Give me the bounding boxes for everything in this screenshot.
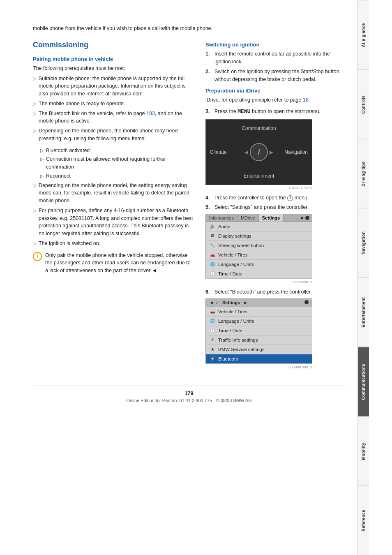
audio-icon: 🔊 (209, 223, 216, 230)
bt-vehicle-icon: 🚗 (209, 308, 216, 315)
settings-row-display: 🖥 Display settings (206, 231, 312, 241)
bt-time-icon: 🕐 (209, 327, 216, 334)
bt-row-vehicle: 🚗 Vehicle / Tires (206, 307, 312, 317)
step3-list: 3. Press the MENU button to open the sta… (205, 107, 345, 116)
bt-check: ✓ (215, 300, 219, 305)
step3-block: 3. Press the MENU button to open the sta… (205, 107, 345, 190)
intro-text: mobile phone from the vehicle if you wis… (33, 25, 345, 32)
bt-forward-arrow: ► (243, 300, 248, 305)
comm-top-label: Communication (242, 125, 276, 131)
screenshot-id-2: S7C2326EN (205, 280, 312, 284)
screenshot-id-1: UBA4FC546N (205, 186, 312, 190)
settings-row-time: 🕐 Time / Date (206, 269, 312, 279)
step-number: 5. (205, 204, 211, 211)
bullet-arrow: ▷ (33, 127, 36, 134)
comm-bottom-label: Entertainment (244, 173, 274, 179)
settings-menu-screenshot: Info sources MDrive Settings ▶ 🔊 Audio (205, 214, 312, 279)
commissioning-heading: Commissioning (33, 41, 193, 50)
sidebar: At a glance Controls Driving tips Naviga… (357, 0, 369, 555)
tab-mdrive: MDrive (238, 214, 259, 222)
bullet-text: Suitable mobile phone: the mobile phone … (39, 75, 193, 98)
list-item: ▷ Depending on the mobile phone, the mob… (33, 127, 193, 143)
sidebar-tab-controls[interactable]: Controls (358, 69, 369, 139)
bt-language-icon: 🌐 (209, 318, 216, 324)
audio-label: Audio (218, 224, 230, 229)
bullet-text: The Bluetooth link on the vehicle, refer… (39, 110, 193, 125)
settings-row-steering: 🔧 Steering wheel button (206, 241, 312, 250)
steering-icon: 🔧 (209, 242, 216, 249)
sidebar-tab-communications[interactable]: Communications (358, 347, 369, 416)
bt-header-row: ◄ ✓ Settings ► (206, 299, 312, 307)
sub-bullet-text: Bluetooth activated (46, 147, 90, 155)
main-content: mobile phone from the vehicle if you wis… (0, 0, 357, 555)
bt-row-bluetooth: ⚡ Bluetooth (206, 354, 312, 364)
switching-heading: Switching on ignition (205, 42, 345, 48)
steering-label: Steering wheel button (218, 243, 264, 248)
bt-back-arrow: ◄ (209, 300, 214, 305)
prerequisites-list: ▷ Suitable mobile phone: the mobile phon… (33, 75, 193, 143)
step-text: Press the controller to open the i menu. (214, 194, 309, 202)
sub-list-item: ▷ Reconnect (40, 172, 193, 180)
settings-tab-row: Info sources MDrive Settings ▶ (206, 214, 312, 222)
bullet-arrow: ▷ (33, 100, 36, 107)
step6-block: 6. Select "Bluetooth" and press the cont… (205, 288, 345, 369)
sidebar-tab-reference[interactable]: Reference (358, 486, 369, 555)
sidebar-tab-navigation[interactable]: Navigation (358, 208, 369, 278)
bullet-arrow: ▷ (33, 240, 36, 247)
step-number: 1. (205, 50, 211, 58)
vehicle-tires-icon: 🚗 (209, 252, 216, 258)
communication-menu-screenshot: Communication Climate ◂ i ▸ Navigation E… (205, 119, 312, 185)
two-column-layout: Commissioning Pairing mobile phone in ve… (33, 41, 345, 373)
language-icon: 🌐 (209, 261, 216, 268)
list-item: ▷ Suitable mobile phone: the mobile phon… (33, 75, 193, 98)
comm-arrow-left: ◂ (244, 148, 248, 157)
prep-heading: Preparation via iDrive (205, 88, 345, 94)
step-number: 6. (205, 288, 211, 296)
bluetooth-menu-screenshot: ◄ ✓ Settings ► 🚗 Vehicle / Tires (205, 298, 312, 364)
left-column: Commissioning Pairing mobile phone in ve… (33, 41, 193, 373)
switching-steps: 1. Insert the remote control as far as p… (205, 50, 345, 83)
tab-info-sources: Info sources (206, 214, 238, 222)
bt-bluetooth-label: Bluetooth (218, 356, 238, 361)
vehicle-label: Vehicle / Tires (218, 252, 248, 257)
sub-list-item: ▷ Bluetooth activated (40, 147, 193, 155)
step-text: Press the MENU button to open the start … (214, 107, 321, 116)
bullet-text: The ignition is switched on. (39, 240, 100, 247)
list-item: ▷ The mobile phone is ready to operate. (33, 100, 193, 108)
bullet-arrow: ▷ (40, 173, 44, 180)
step-text: Select "Bluetooth" and press the control… (214, 288, 312, 296)
sidebar-tab-at-a-glance[interactable]: At a glance (358, 0, 369, 69)
bullet-text: Depending on the mobile phone, the mobil… (39, 127, 193, 143)
nav-arrow-left: ▶ (301, 215, 304, 220)
comm-right-label: Navigation (275, 149, 308, 155)
step-item: 1. Insert the remote control as far as p… (205, 50, 345, 66)
settings-row-vehicle: 🚗 Vehicle / Tires (206, 250, 312, 260)
bullet-arrow: ▷ (40, 147, 44, 154)
bt-bmw-icon: ★ (209, 346, 216, 353)
bt-traffic-icon: ⚠ (209, 337, 216, 343)
bt-row-bmw: ★ BMW Service settings (206, 345, 312, 354)
comm-left-label: Climate (210, 149, 243, 155)
sidebar-tab-mobility[interactable]: Mobility (358, 416, 369, 486)
step-item: 5. Select "Settings" and press the contr… (205, 204, 345, 211)
page-footer: 179 Online Edition for Part no. 01 41 2 … (33, 386, 345, 403)
bt-row-time: 🕐 Time / Date (206, 326, 312, 335)
warning-icon: ! (33, 252, 42, 261)
step-item: 2. Switch on the ignition by pressing th… (205, 68, 345, 83)
comm-arrow-right: ▸ (270, 148, 273, 157)
language-label: Language / Units (218, 262, 254, 267)
comm-center-icon: i (250, 143, 268, 161)
screenshot-id-3: S35080706EN (205, 365, 312, 369)
sub-list-item: ▷ Connection must be allowed without req… (40, 155, 193, 171)
sidebar-tab-entertainment[interactable]: Entertainment (358, 278, 369, 347)
sub-bullet-text: Reconnect (46, 172, 71, 180)
bt-traffic-label: Traffic Info settings (218, 338, 258, 342)
prep-intro: iDrive, for operating principle refer to… (205, 96, 345, 104)
nav-circle (305, 216, 309, 220)
bt-bmw-label: BMW Service settings (218, 347, 264, 352)
pairing-subheading: Pairing mobile phone in vehicle (33, 56, 193, 62)
bt-settings-label: Settings (222, 300, 240, 305)
sidebar-tab-driving-tips[interactable]: Driving tips (358, 139, 369, 208)
step-text: Insert the remote control as far as poss… (214, 50, 345, 66)
list-item: ▷ The Bluetooth link on the vehicle, ref… (33, 110, 193, 125)
